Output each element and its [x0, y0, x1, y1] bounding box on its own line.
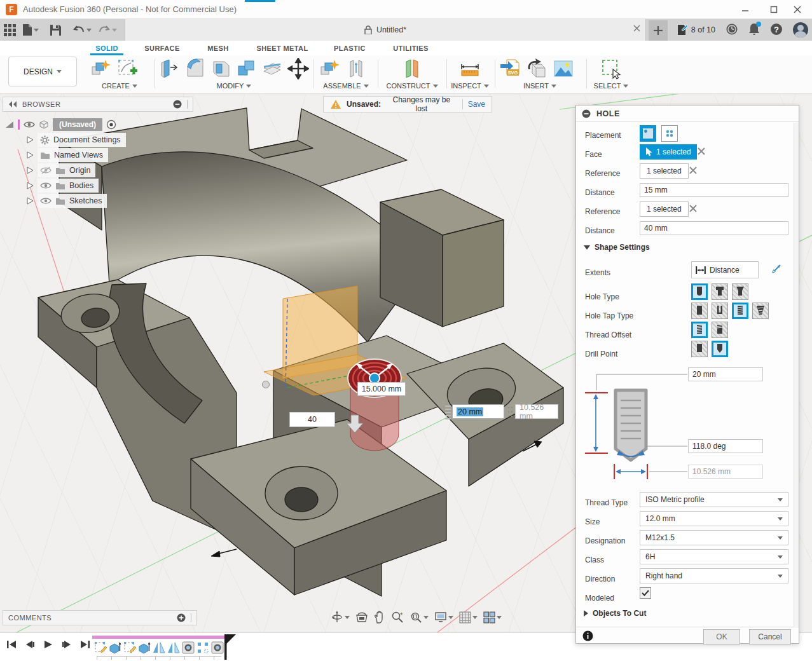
go-to-start-button[interactable] — [5, 637, 18, 651]
inspect-group[interactable]: INSPECT — [449, 81, 491, 91]
distance2-input[interactable]: 40 mm — [640, 221, 788, 235]
combine-button[interactable] — [236, 57, 258, 80]
insert-group[interactable]: INSERT — [499, 81, 581, 91]
zoom-button[interactable]: ± — [391, 611, 404, 624]
shape-settings-section[interactable]: Shape Settings — [584, 243, 650, 252]
step-back-button[interactable] — [24, 637, 36, 651]
fit-button[interactable] — [409, 611, 429, 624]
thread-offset-partial-button[interactable] — [712, 322, 728, 338]
visibility-eye-icon[interactable] — [40, 182, 52, 190]
dimension-toolbar-grip[interactable] — [445, 404, 451, 419]
split-body-button[interactable] — [261, 57, 283, 80]
timeline-extrude-1[interactable] — [108, 641, 121, 654]
face-clear-button[interactable] — [698, 147, 705, 155]
modify-group[interactable]: MODIFY — [159, 81, 309, 91]
document-tab[interactable]: Untitled* — [125, 19, 646, 41]
objects-to-cut-section[interactable]: Objects To Cut — [584, 609, 646, 618]
hole-type-simple-button[interactable] — [691, 283, 708, 300]
tap-type-clearance-button[interactable] — [712, 303, 728, 319]
hole-type-countersink-button[interactable] — [732, 283, 748, 300]
press-pull-button[interactable] — [159, 57, 181, 80]
expand-icon[interactable] — [27, 182, 34, 189]
notifications-button[interactable] — [748, 23, 760, 37]
insert-canvas-button[interactable] — [552, 57, 575, 80]
drill-point-flat-button[interactable] — [691, 341, 708, 357]
tap-type-simple-button[interactable] — [691, 303, 708, 319]
dialog-handle-icon[interactable] — [582, 109, 591, 118]
play-button[interactable] — [42, 637, 55, 651]
drill-point-angle-button[interactable] — [712, 341, 728, 357]
add-comment-icon[interactable] — [177, 613, 186, 622]
face-select-button[interactable]: 1 selected — [640, 144, 697, 160]
select-button[interactable] — [600, 57, 623, 80]
timeline-pattern-1[interactable] — [196, 641, 209, 654]
placement-multiple-button[interactable] — [661, 125, 678, 142]
timeline-extrude-2[interactable] — [137, 641, 151, 654]
grid-settings-button[interactable] — [459, 611, 478, 624]
select-group[interactable]: SELECT — [589, 81, 633, 91]
browser-item-origin[interactable]: Origin — [5, 163, 193, 178]
shell-button[interactable] — [210, 57, 232, 80]
create-sketch-button[interactable] — [116, 57, 139, 80]
hole-depth-input[interactable]: 20 mm — [688, 367, 763, 381]
class-select[interactable]: 6H — [640, 549, 788, 564]
orbit-button[interactable] — [331, 611, 350, 624]
designation-select[interactable]: M12x1.5 — [640, 530, 788, 545]
browser-item-document-settings[interactable]: Document Settings — [5, 132, 193, 147]
timeline-sketch-2[interactable] — [123, 641, 136, 654]
save-button[interactable] — [50, 25, 61, 36]
diameter-input-disabled[interactable]: 10.526 mm — [515, 404, 558, 419]
fillet-button[interactable] — [184, 57, 206, 80]
visibility-eye-icon[interactable] — [24, 121, 35, 128]
reference2-clear-button[interactable] — [689, 205, 697, 212]
workspace-selector[interactable]: DESIGN — [8, 57, 77, 86]
insert-svg-button[interactable]: SVG — [499, 57, 521, 80]
info-icon[interactable] — [582, 630, 593, 643]
close-button[interactable] — [788, 3, 807, 17]
viewports-button[interactable] — [483, 611, 502, 624]
browser-header[interactable]: BROWSER — [3, 97, 193, 112]
job-status-button[interactable] — [726, 23, 738, 37]
create-solid-button[interactable] — [89, 57, 112, 80]
cancel-button[interactable]: Cancel — [749, 629, 791, 644]
timeline-hole-1[interactable] — [181, 641, 195, 654]
save-link[interactable]: Save — [468, 100, 485, 109]
reference2-select-button[interactable]: 1 selected — [640, 201, 689, 217]
hole-diameter-input[interactable]: 10.526 mm — [688, 465, 763, 479]
browser-item-bodies[interactable]: Bodies — [5, 178, 193, 193]
hole-diameter-label[interactable]: 15.000 mm — [357, 382, 406, 396]
construct-group[interactable]: CONSTRUCT — [383, 81, 441, 91]
help-button[interactable]: ? — [770, 23, 783, 37]
tab-sheet-metal[interactable]: SHEET METAL — [253, 41, 312, 55]
profile-avatar[interactable] — [793, 22, 808, 37]
pan-button[interactable] — [374, 611, 385, 624]
reference1-clear-button[interactable] — [689, 167, 697, 174]
root-expand-icon[interactable] — [5, 121, 14, 128]
browser-root-row[interactable]: (Unsaved) — [5, 117, 193, 132]
size-select[interactable]: 12.0 mm — [640, 511, 788, 526]
placement-single-button[interactable] — [640, 125, 656, 142]
timeline-mirror-1[interactable] — [152, 641, 165, 654]
tab-surface[interactable]: SURFACE — [140, 41, 184, 55]
expand-icon[interactable] — [27, 197, 34, 205]
width-dimension-input[interactable]: 40 — [289, 412, 335, 427]
tab-mesh[interactable]: MESH — [200, 41, 236, 55]
create-group[interactable]: CREATE — [89, 81, 150, 91]
direction-select[interactable]: Right hand — [640, 568, 788, 583]
data-panel-button[interactable] — [4, 24, 16, 36]
tab-plastic[interactable]: PLASTIC — [329, 41, 370, 55]
reference1-select-button[interactable]: 1 selected — [640, 163, 689, 179]
joint-button[interactable] — [345, 57, 368, 80]
extents-select[interactable]: Distance — [691, 261, 759, 278]
timeline-mirror-2[interactable] — [167, 641, 180, 654]
activate-radio-icon[interactable] — [106, 119, 116, 130]
file-menu-button[interactable] — [22, 24, 39, 36]
tap-type-tapped-button[interactable] — [732, 303, 748, 319]
comments-scroll-handle[interactable] — [191, 613, 191, 622]
dimension-toolbar-handle[interactable] — [507, 404, 513, 419]
thread-type-select[interactable]: ISO Metric profile — [640, 492, 788, 507]
construct-plane-button[interactable] — [401, 57, 423, 80]
step-forward-button[interactable] — [60, 637, 73, 651]
display-settings-button[interactable] — [434, 611, 453, 623]
timeline-hole-2[interactable] — [210, 641, 224, 654]
